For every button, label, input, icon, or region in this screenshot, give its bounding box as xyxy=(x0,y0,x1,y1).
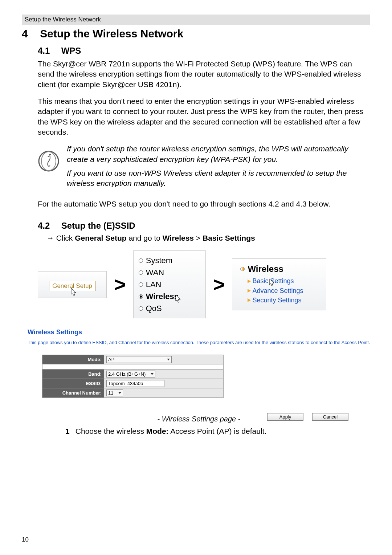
chevron-right-icon: > xyxy=(212,273,226,296)
svg-point-2 xyxy=(49,154,51,156)
channel-label: Channel Number: xyxy=(42,388,104,398)
wps-paragraph-1: The Skyr@cer WBR 7201n supports the Wi-F… xyxy=(38,59,370,90)
step-1: 1 Choose the wireless Mode: Access Point… xyxy=(65,427,370,436)
wps-paragraph-2: This means that you don't need to enter … xyxy=(38,96,370,137)
step-1-text-b: Mode: xyxy=(146,427,169,435)
wps-note-block: If you don't setup the router wireless e… xyxy=(38,144,370,192)
section-4-title: Setup the Wireless Network xyxy=(40,28,183,40)
submenu-security-settings[interactable]: Security Settings xyxy=(248,295,319,305)
mode-label: Mode: xyxy=(42,355,104,364)
wireless-settings-heading: Wireless Settings xyxy=(28,328,370,336)
wireless-submenu-panel: Wireless Basic Settings Advance Settings xyxy=(232,258,326,310)
instruction-sep: > xyxy=(194,234,203,242)
arrow-icon: → xyxy=(46,234,54,242)
mode-select[interactable]: AP xyxy=(106,356,172,363)
menu-item-qos[interactable]: QoS xyxy=(139,302,197,314)
radio-icon xyxy=(139,258,143,263)
submenu-security-label: Security Settings xyxy=(252,295,301,305)
chevron-right-icon: > xyxy=(113,273,127,296)
section-4-2-title: Setup the (E)SSID xyxy=(61,221,135,230)
wireless-settings-description: This page allows you to define ESSID, an… xyxy=(28,340,370,345)
wps-note-1: If you don't setup the router wireless e… xyxy=(67,144,370,164)
menu-item-system[interactable]: System xyxy=(139,254,197,266)
triangle-icon xyxy=(248,289,251,293)
table-row: ESSID: Topcom_434a0b xyxy=(42,379,224,388)
section-4-1-number: 4.1 xyxy=(38,46,59,56)
essid-value: Topcom_434a0b xyxy=(108,381,143,386)
wps-paragraph-3: For the automatic WPS setup you don't ne… xyxy=(38,199,370,209)
instruction-mid: and go to xyxy=(127,234,163,242)
page-number: 10 xyxy=(22,536,29,543)
section-4-1-heading: 4.1 WPS xyxy=(38,46,370,56)
radio-icon xyxy=(139,282,143,287)
general-setup-panel: General Setup xyxy=(38,271,107,298)
submenu-advanced-settings[interactable]: Advance Settings xyxy=(248,286,319,295)
menu-label-wan: WAN xyxy=(146,266,164,278)
step-1-text-a: Choose the wireless xyxy=(75,427,146,435)
menu-item-wireless[interactable]: Wireless xyxy=(139,290,197,302)
triangle-icon xyxy=(248,298,251,302)
radio-icon xyxy=(139,270,143,275)
wireless-settings-figure: Wireless Settings This page allows you t… xyxy=(28,328,370,423)
cursor-icon xyxy=(70,288,78,297)
band-select[interactable]: 2.4 GHz (B+G+N) xyxy=(106,371,155,378)
menu-label-wireless: Wireless xyxy=(146,290,179,302)
table-row: Mode: AP xyxy=(42,355,224,364)
essid-label: ESSID: xyxy=(42,379,104,388)
mode-value: AP xyxy=(108,357,114,362)
menu-item-lan[interactable]: LAN xyxy=(139,278,197,290)
menu-label-system: System xyxy=(146,254,172,266)
bullet-icon xyxy=(240,267,245,271)
main-menu-panel: System WAN LAN Wireless xyxy=(133,250,206,318)
section-4-number: 4 xyxy=(22,28,37,40)
section-4-1-title: WPS xyxy=(61,46,81,56)
section-4-2-number: 4.2 xyxy=(38,221,59,231)
essid-input[interactable]: Topcom_434a0b xyxy=(106,380,164,387)
submenu-basic-settings[interactable]: Basic Settings xyxy=(248,276,319,286)
menu-label-lan: LAN xyxy=(146,278,162,290)
table-row: Channel Number: 11 xyxy=(42,388,224,398)
info-icon xyxy=(38,150,60,172)
instruction-prefix: Click xyxy=(56,234,75,242)
nav-flow-figure: General Setup > System WAN xyxy=(38,250,370,318)
step-1-number: 1 xyxy=(65,427,73,436)
wireless-settings-table: Mode: AP Band: 2.4 GHz (B+G+N) ESSID: xyxy=(42,355,224,398)
submenu-advanced-label: Advance Settings xyxy=(252,286,303,295)
table-row: Band: 2.4 GHz (B+G+N) xyxy=(42,370,224,379)
section-4-heading: 4 Setup the Wireless Network xyxy=(22,28,370,40)
channel-value: 11 xyxy=(108,390,113,396)
apply-button[interactable]: Apply xyxy=(267,413,303,421)
wireless-submenu-title-text: Wireless xyxy=(248,264,283,274)
wps-note-2: If you want to use non-WPS Wireless clie… xyxy=(67,168,370,189)
band-value: 2.4 GHz (B+G+N) xyxy=(108,371,146,377)
radio-icon xyxy=(139,306,143,311)
step-1-text-c: Access Point (AP) is default. xyxy=(169,427,267,435)
channel-select[interactable]: 11 xyxy=(106,389,123,396)
instruction-wireless: Wireless xyxy=(163,234,194,242)
band-label: Band: xyxy=(42,370,104,379)
section-4-2-heading: 4.2 Setup the (E)SSID xyxy=(38,221,370,231)
wireless-submenu-title: Wireless xyxy=(240,264,319,274)
general-setup-button[interactable]: General Setup xyxy=(49,281,95,291)
instruction-line: → Click General Setup and go to Wireless… xyxy=(46,234,370,242)
radio-selected-icon xyxy=(139,294,143,299)
instruction-general-setup: General Setup xyxy=(75,234,126,242)
menu-item-wan[interactable]: WAN xyxy=(139,266,197,278)
running-header: Setup the Wireless Network xyxy=(22,15,370,25)
instruction-basic-settings: Basic Settings xyxy=(203,234,255,242)
cancel-button[interactable]: Cancel xyxy=(312,413,348,421)
table-spacer xyxy=(42,364,224,370)
chevron-down-icon xyxy=(151,373,154,375)
triangle-icon xyxy=(248,279,251,283)
chevron-down-icon xyxy=(167,359,170,360)
chevron-down-icon xyxy=(118,392,121,394)
menu-label-qos: QoS xyxy=(146,302,162,314)
